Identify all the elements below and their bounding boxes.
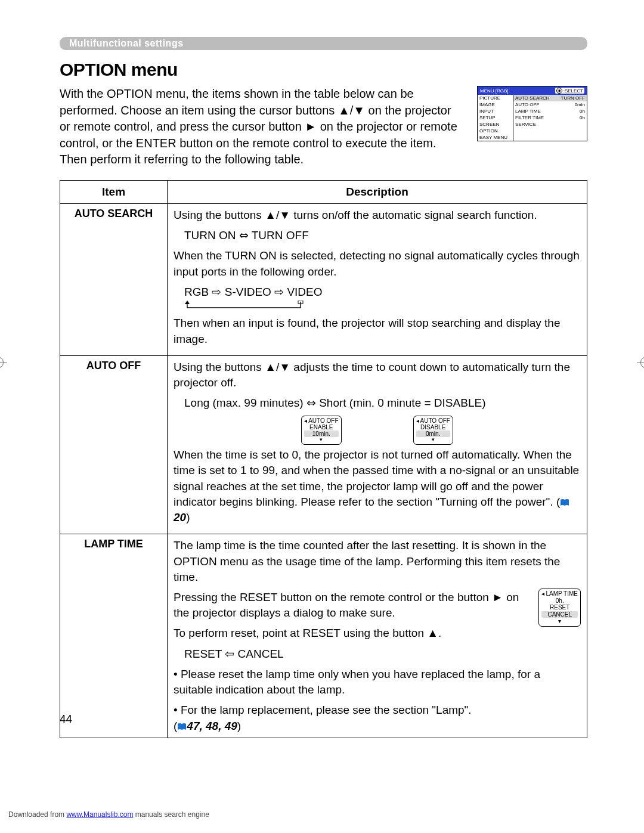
left-triangle-icon: ◂ bbox=[541, 590, 544, 597]
page-ref: 20 bbox=[174, 511, 186, 524]
desc-text: When the TURN ON is selected, detecting … bbox=[174, 248, 581, 279]
footer-pre: Downloaded from bbox=[8, 810, 66, 819]
section-bar: Multifunctional settings bbox=[60, 37, 587, 50]
osd-title: MENU [RGB] bbox=[480, 88, 555, 94]
header-item: Item bbox=[60, 180, 168, 203]
toggle-line: TURN ON ⇔ TURN OFF bbox=[184, 228, 581, 243]
table-row: AUTO OFF Using the buttons ▲/▼ adjusts t… bbox=[60, 355, 587, 534]
osd-right-column: AUTO SEARCHTURN OFF AUTO OFF0min LAMP TI… bbox=[513, 95, 587, 141]
item-auto-off: AUTO OFF bbox=[60, 355, 168, 534]
desc-text: When the time is set to 0, the projector… bbox=[174, 447, 581, 525]
page-title: OPTION menu bbox=[60, 60, 587, 80]
osd-left-item: SCREEN bbox=[478, 121, 513, 128]
osd-title-bar: MENU [RGB] ◉:SELECT bbox=[478, 86, 587, 95]
osd-right-row: AUTO OFF0min bbox=[513, 101, 587, 108]
desc-text: Using the buttons ▲/▼ turns on/off the a… bbox=[174, 208, 581, 223]
osd-body: PICTURE IMAGE INPUT SETUP SCREEN OPTION … bbox=[478, 95, 587, 141]
osd-preview: MENU [RGB] ◉:SELECT PICTURE IMAGE INPUT … bbox=[477, 86, 587, 141]
osd-select-hint: ◉:SELECT bbox=[555, 88, 584, 94]
desc-text: Using the buttons ▲/▼ adjusts the time t… bbox=[174, 360, 581, 391]
auto-off-enable-box: ◂AUTO OFF ENABLE 10min. ▾ bbox=[301, 416, 341, 445]
select-icon: ◉ bbox=[556, 88, 562, 94]
auto-off-disable-box: ◂AUTO OFF DISABLE 0min. ▾ bbox=[413, 416, 453, 445]
osd-left-item: INPUT bbox=[478, 108, 513, 114]
osd-left-item: IMAGE bbox=[478, 101, 513, 108]
desc-text: Then when an input is found, the project… bbox=[174, 315, 581, 346]
osd-left-item: PICTURE bbox=[478, 95, 513, 101]
table-header-row: Item Description bbox=[60, 180, 587, 203]
osd-left-item: EASY MENU bbox=[478, 134, 513, 141]
osd-right-row: LAMP TIME0h bbox=[513, 108, 587, 114]
intro-row: With the OPTION menu, the items shown in… bbox=[60, 86, 587, 168]
desc-auto-search: Using the buttons ▲/▼ turns on/off the a… bbox=[168, 203, 587, 355]
osd-right-row: FILTER TIME0h bbox=[513, 114, 587, 121]
cycle-order: RGB ⇨ S-VIDEO ⇨ VIDEO bbox=[184, 284, 581, 300]
down-triangle-icon: ▾ bbox=[541, 618, 578, 625]
desc-text: The lamp time is the time counted after … bbox=[174, 538, 581, 585]
desc-text: Pressing the RESET button on the remote … bbox=[174, 590, 581, 621]
intro-text: With the OPTION menu, the items shown in… bbox=[60, 86, 464, 168]
options-table: Item Description AUTO SEARCH Using the b… bbox=[60, 180, 587, 738]
cycle-return-icon bbox=[184, 300, 304, 315]
down-triangle-icon: ▾ bbox=[416, 437, 450, 443]
desc-lamp-time: The lamp time is the time counted after … bbox=[168, 534, 587, 738]
table-row: AUTO SEARCH Using the buttons ▲/▼ turns … bbox=[60, 203, 587, 355]
footer: Downloaded from www.Manualslib.com manua… bbox=[8, 810, 209, 819]
mini-dialog-row: ◂AUTO OFF ENABLE 10min. ▾ ◂AUTO OFF DISA… bbox=[174, 416, 581, 445]
left-triangle-icon: ◂ bbox=[304, 417, 307, 424]
osd-left-item: OPTION bbox=[478, 128, 513, 134]
osd-left-column: PICTURE IMAGE INPUT SETUP SCREEN OPTION … bbox=[478, 95, 513, 141]
desc-text: To perform reset, point at RESET using t… bbox=[174, 625, 581, 641]
header-description: Description bbox=[168, 180, 587, 203]
footer-link[interactable]: www.Manualslib.com bbox=[66, 810, 133, 819]
page-ref: 47, 48, 49 bbox=[187, 720, 237, 732]
book-icon bbox=[560, 499, 569, 506]
manual-page: Multifunctional settings OPTION menu Wit… bbox=[0, 0, 644, 750]
reset-line: RESET ⇦ CANCEL bbox=[184, 646, 581, 662]
desc-auto-off: Using the buttons ▲/▼ adjusts the time t… bbox=[168, 355, 587, 534]
range-line: Long (max. 99 minutes) ⇔ Short (min. 0 m… bbox=[184, 395, 581, 411]
left-triangle-icon: ◂ bbox=[416, 417, 419, 424]
bullet-text: • For the lamp replacement, please see t… bbox=[174, 702, 581, 733]
down-triangle-icon: ▾ bbox=[304, 437, 338, 443]
item-lamp-time: LAMP TIME bbox=[60, 534, 168, 738]
lamp-time-dialog: ◂LAMP TIME 0h. RESET CANCEL ▾ bbox=[538, 589, 581, 627]
item-auto-search: AUTO SEARCH bbox=[60, 203, 168, 355]
osd-left-item: SETUP bbox=[478, 114, 513, 121]
footer-post: manuals search engine bbox=[133, 810, 209, 819]
table-row: LAMP TIME The lamp time is the time coun… bbox=[60, 534, 587, 738]
bullet-text: • Please reset the lamp time only when y… bbox=[174, 667, 581, 698]
osd-right-row: AUTO SEARCHTURN OFF bbox=[513, 95, 587, 101]
book-icon bbox=[177, 723, 187, 730]
page-number: 44 bbox=[60, 713, 72, 726]
osd-right-row: SERVICE bbox=[513, 121, 587, 128]
